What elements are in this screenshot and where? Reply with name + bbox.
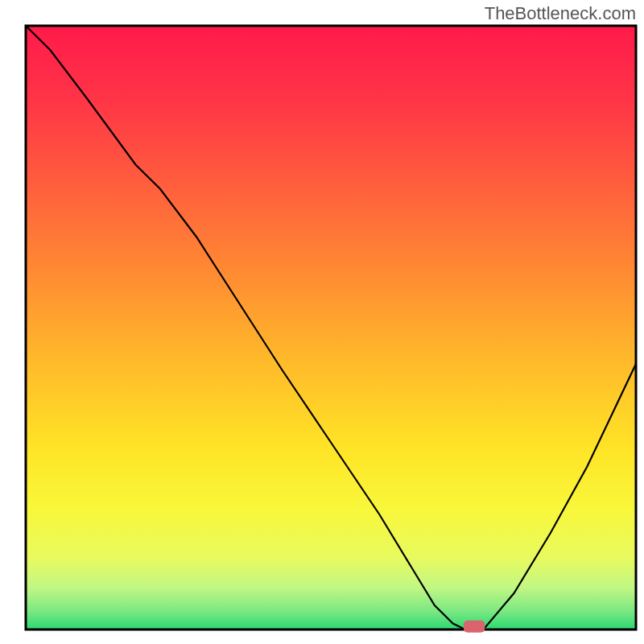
- bottleneck-chart: [0, 0, 644, 644]
- plot-background: [26, 26, 636, 630]
- optimum-marker: [464, 621, 485, 633]
- watermark-text: TheBottleneck.com: [485, 3, 636, 24]
- chart-container: TheBottleneck.com: [0, 0, 644, 644]
